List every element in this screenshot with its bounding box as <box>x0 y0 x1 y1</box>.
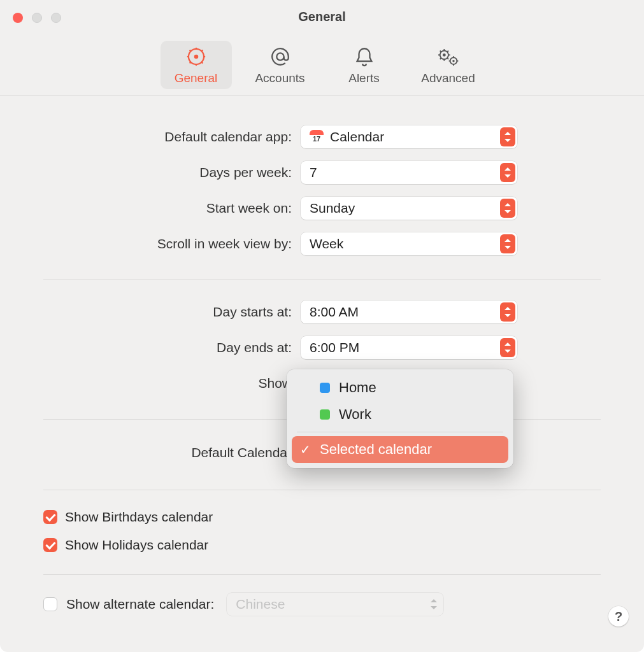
popup-value: 7 <box>310 165 317 180</box>
popup-value: Sunday <box>310 201 355 216</box>
row-default-app: Default calendar app: Calendar <box>43 119 601 155</box>
help-button[interactable]: ? <box>608 606 629 627</box>
at-sign-icon <box>269 46 291 67</box>
preferences-window: General <box>0 0 644 652</box>
scroll-week-popup[interactable]: Week <box>301 232 517 255</box>
row-start-week: Start week on: Sunday <box>43 190 601 226</box>
label-default-app: Default calendar app: <box>43 129 292 145</box>
svg-point-22 <box>452 60 454 62</box>
svg-line-8 <box>189 62 190 63</box>
stepper-icon <box>500 302 515 322</box>
section-general-1: Default calendar app: Calendar Days per … <box>43 115 601 280</box>
svg-line-19 <box>440 58 441 59</box>
row-days-per-week: Days per week: 7 <box>43 155 601 190</box>
svg-line-7 <box>201 62 203 63</box>
checkbox-alternate[interactable] <box>43 597 57 611</box>
stepper-icon <box>426 595 441 614</box>
section-alternate: Show alternate calendar: Chinese <box>43 575 601 636</box>
gears-icon <box>436 46 461 67</box>
checkbox-label: Show Holidays calendar <box>65 537 208 553</box>
tab-label: General <box>175 71 218 85</box>
checkbox-birthdays[interactable] <box>43 510 57 524</box>
content-area: Default calendar app: Calendar Days per … <box>0 96 644 636</box>
menu-item-label: Selected calendar <box>320 441 432 458</box>
popup-value: Chinese <box>236 597 285 612</box>
menu-item-label: Home <box>339 379 376 396</box>
tab-label: Advanced <box>421 71 475 85</box>
svg-line-20 <box>447 51 448 52</box>
label-default-calendar: Default Calendar <box>43 445 292 460</box>
svg-line-17 <box>440 51 441 52</box>
row-show-holidays: Show Holidays calendar <box>43 531 601 559</box>
label-show: Show <box>43 376 292 391</box>
start-week-popup[interactable]: Sunday <box>301 197 517 220</box>
stepper-icon <box>500 127 515 146</box>
row-scroll-week: Scroll in week view by: Week <box>43 226 601 262</box>
checkbox-label: Show alternate calendar: <box>66 597 214 612</box>
svg-line-18 <box>447 58 448 59</box>
day-starts-popup[interactable]: 8:00 AM <box>301 301 517 323</box>
row-day-starts: Day starts at: 8:00 AM <box>43 294 601 330</box>
calendar-app-icon <box>310 130 324 144</box>
section-show-calendars: Show Birthdays calendar Show Holidays ca… <box>43 490 601 575</box>
svg-point-12 <box>442 53 445 57</box>
stepper-icon <box>500 338 515 357</box>
label-scroll-week: Scroll in week view by: <box>43 236 292 252</box>
menu-item-home[interactable]: Home <box>292 374 508 401</box>
svg-point-10 <box>276 53 283 60</box>
popup-value: 8:00 AM <box>310 304 359 320</box>
tab-label: Accounts <box>255 71 304 85</box>
tab-advanced[interactable]: Advanced <box>413 41 484 89</box>
window-title: General <box>0 10 644 24</box>
tab-alerts[interactable]: Alerts <box>329 41 400 89</box>
calendar-color-swatch <box>320 409 330 420</box>
row-show-birthdays: Show Birthdays calendar <box>43 503 601 531</box>
stepper-icon <box>500 163 515 182</box>
default-calendar-menu[interactable]: Home Work Selected calendar <box>287 369 513 468</box>
calendar-color-swatch <box>320 383 330 393</box>
label-start-week: Start week on: <box>43 201 292 216</box>
menu-item-selected-calendar[interactable]: Selected calendar <box>292 436 508 463</box>
alternate-calendar-popup: Chinese <box>227 593 443 616</box>
titlebar: General <box>0 0 644 96</box>
days-per-week-popup[interactable]: 7 <box>301 161 517 184</box>
checkbox-holidays[interactable] <box>43 538 57 552</box>
label-day-ends: Day ends at: <box>43 340 292 355</box>
stepper-icon <box>500 199 515 218</box>
help-icon: ? <box>615 609 622 624</box>
gear-icon <box>185 46 207 67</box>
checkbox-label: Show Birthdays calendar <box>65 509 213 525</box>
default-app-popup[interactable]: Calendar <box>301 125 517 148</box>
menu-item-work[interactable]: Work <box>292 401 508 428</box>
label-days-per-week: Days per week: <box>43 165 292 180</box>
tab-accounts[interactable]: Accounts <box>245 41 316 89</box>
check-icon <box>299 442 311 457</box>
toolbar-tabs: General Accounts Alerts <box>0 41 644 89</box>
tab-label: Alerts <box>348 71 380 85</box>
row-day-ends: Day ends at: 6:00 PM <box>43 330 601 365</box>
stepper-icon <box>500 234 515 253</box>
tab-general[interactable]: General <box>161 41 232 89</box>
svg-line-9 <box>201 50 203 52</box>
row-show-alternate: Show alternate calendar: Chinese <box>43 590 601 618</box>
popup-value: Calendar <box>330 129 384 145</box>
label-day-starts: Day starts at: <box>43 304 292 320</box>
popup-value: Week <box>310 236 343 252</box>
svg-point-1 <box>194 55 198 59</box>
menu-separator <box>297 432 503 432</box>
svg-line-6 <box>189 50 190 52</box>
menu-item-label: Work <box>339 406 371 423</box>
popup-value: 6:00 PM <box>310 340 359 355</box>
day-ends-popup[interactable]: 6:00 PM <box>301 336 517 359</box>
bell-icon <box>354 46 375 67</box>
